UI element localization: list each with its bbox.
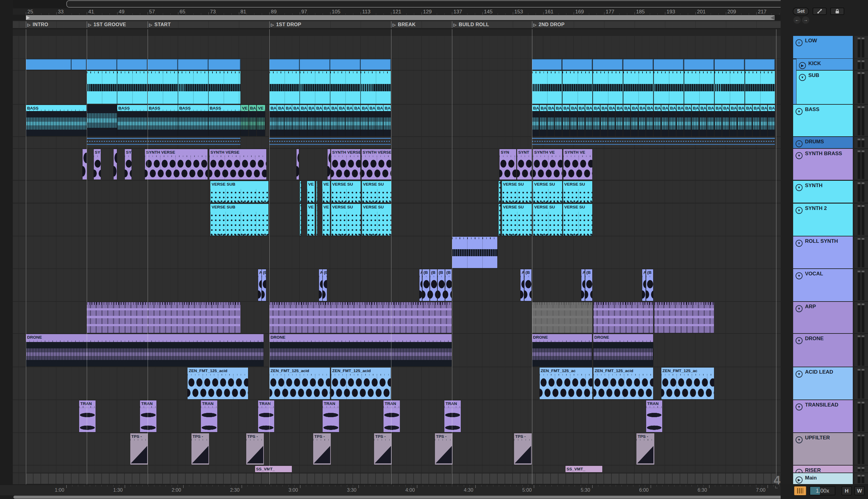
clip-ba[interactable]: BA: [338, 105, 345, 136]
overview-view-outline[interactable]: [67, 0, 791, 8]
clip-bass[interactable]: BASS: [26, 105, 86, 136]
clip-sub[interactable]: [654, 71, 684, 104]
fold-icon[interactable]: ▼: [799, 74, 806, 81]
fold-icon[interactable]: ▼: [796, 403, 803, 411]
track-header-sub[interactable]: ▼SUB: [796, 71, 853, 105]
clip-tran[interactable]: TRAN: [323, 400, 339, 432]
clip-a[interactable]: A: [258, 269, 262, 301]
locator-break[interactable]: ▷BREAK: [391, 21, 416, 28]
clip--b[interactable]: (B: [646, 269, 653, 301]
clip-ve[interactable]: VE: [257, 105, 265, 136]
clip--b[interactable]: (B: [438, 269, 445, 301]
clip-sub[interactable]: [532, 71, 562, 104]
fold-icon[interactable]: ▼: [796, 184, 803, 191]
clip-synth[interactable]: [300, 181, 301, 202]
clip-ba[interactable]: BA: [646, 105, 653, 136]
clip-ba[interactable]: BA: [540, 105, 547, 136]
clip-synth-ve[interactable]: SYNTH VE: [563, 149, 592, 180]
clip-brass[interactable]: [297, 149, 299, 180]
clip-sub[interactable]: [178, 71, 208, 104]
clip-ba[interactable]: BA: [661, 105, 668, 136]
clip-ba[interactable]: BA: [292, 105, 300, 136]
clip-sub[interactable]: [715, 71, 745, 104]
clip-brass[interactable]: [327, 149, 330, 180]
clip-ba[interactable]: BA: [639, 105, 646, 136]
clip-drone[interactable]: DRONE: [26, 334, 264, 366]
clip-tps-[interactable]: TPS -: [636, 433, 654, 465]
clip-ss-vmt-[interactable]: SS_VMT_: [566, 466, 602, 472]
clip--b[interactable]: (B: [323, 269, 327, 301]
clip-ba[interactable]: BA: [737, 105, 745, 136]
clip-bass[interactable]: [87, 105, 117, 136]
clip-ba[interactable]: BA: [707, 105, 714, 136]
clip-kick[interactable]: [117, 59, 147, 70]
clip-synth[interactable]: [498, 181, 501, 202]
clip-ba[interactable]: BA: [346, 105, 353, 136]
clip-tran[interactable]: TRAN: [646, 400, 663, 432]
clip-tran[interactable]: TRAN: [258, 400, 275, 432]
locator-intro[interactable]: ▷INTRO: [26, 21, 48, 28]
clip-synth-ve[interactable]: SYNTH VE: [533, 149, 562, 180]
track-lane-synth[interactable]: [13, 181, 781, 203]
clip-zen-fmt-125-acid[interactable]: ZEN_FMT_125_acid: [593, 367, 653, 399]
clip-kick[interactable]: [361, 59, 391, 70]
clip-kick[interactable]: [26, 59, 71, 70]
fold-icon[interactable]: ▼: [796, 337, 803, 344]
clip-ba[interactable]: BA: [269, 105, 277, 136]
clip-tps-[interactable]: TPS -: [246, 433, 264, 465]
clip-zen-fmt-125-acid[interactable]: ZEN_FMT_125_acid: [188, 367, 248, 399]
clip-verse-su[interactable]: VERSE SU: [533, 181, 562, 202]
clip-arp[interactable]: [593, 302, 653, 333]
clip-zen-fmt-125-ac[interactable]: ZEN_FMT_125_ac: [661, 367, 714, 399]
clip-verse-su[interactable]: VERSE SU: [331, 181, 361, 202]
clip-verse-sub[interactable]: VERSE SUB: [210, 204, 268, 235]
clip-ba[interactable]: BA: [323, 105, 330, 136]
clip-sub[interactable]: [330, 71, 360, 104]
clip-verse-sub[interactable]: VERSE SUB: [210, 181, 268, 202]
track-header-low[interactable]: ≡LOW: [793, 36, 853, 59]
clip-tps-[interactable]: TPS -: [130, 433, 148, 465]
clip-ba[interactable]: BA: [563, 105, 570, 136]
track-lane-upfilter[interactable]: [13, 433, 781, 465]
clip-kick[interactable]: [87, 59, 117, 70]
track-header-acid-lead[interactable]: ▼ACID LEAD: [793, 367, 853, 400]
group-icon[interactable]: ≡: [796, 39, 803, 46]
clip--b[interactable]: (B: [525, 269, 532, 301]
clip-synth-verse[interactable]: SYNTH VERSE: [362, 149, 392, 180]
clip-verse-su[interactable]: VERSE SU: [362, 204, 391, 235]
clip-sub[interactable]: [684, 71, 714, 104]
clip-bass[interactable]: BASS: [208, 105, 240, 136]
locator-build-roll[interactable]: ▷BUILD ROLL: [452, 21, 489, 28]
clip-synt[interactable]: SYNT: [517, 149, 532, 180]
track-header-synth-2[interactable]: ▼SYNTH 2: [793, 204, 853, 237]
clip-tran[interactable]: TRAN: [79, 400, 96, 432]
clip-drone[interactable]: DRONE: [593, 334, 653, 366]
clip-a[interactable]: A: [642, 269, 646, 301]
clip-a[interactable]: A: [319, 269, 322, 301]
group-icon[interactable]: ≡: [796, 469, 803, 473]
clip-arp[interactable]: [532, 302, 593, 333]
locator-row[interactable]: ▷INTRO▷1ST GROOVE▷START▷1ST DROP▷BREAK▷B…: [13, 21, 781, 28]
clip-sub[interactable]: [208, 71, 240, 104]
play-icon[interactable]: ▶: [796, 476, 803, 484]
track-header-bass[interactable]: ▼BASS: [793, 105, 853, 137]
clip-verse-su[interactable]: VERSE SU: [331, 204, 361, 235]
clip-synth[interactable]: [316, 181, 317, 202]
clip-tps-[interactable]: TPS -: [374, 433, 392, 465]
track-header-transilead[interactable]: ▼TRANSILEAD: [793, 400, 853, 433]
track-header-drone[interactable]: ▼DRONE: [793, 334, 853, 367]
loop-end-marker-icon[interactable]: [771, 16, 774, 20]
clip--b[interactable]: (B: [585, 269, 593, 301]
play-icon[interactable]: ▶: [799, 62, 806, 69]
arrangement-overview[interactable]: [13, 0, 792, 8]
clip-kick[interactable]: [745, 59, 775, 70]
clip-verse-su[interactable]: VERSE SU: [502, 204, 532, 235]
clip-zen-fmt-125-acid[interactable]: ZEN_FMT_125_acid: [331, 367, 391, 399]
fold-icon[interactable]: ▼: [796, 240, 803, 247]
clip-mainlane[interactable]: [26, 473, 776, 484]
clip-ba[interactable]: BA: [585, 105, 593, 136]
clip-roll[interactable]: [452, 237, 497, 268]
clip-sub[interactable]: [623, 71, 653, 104]
clip-sub[interactable]: [593, 71, 623, 104]
clip-drone[interactable]: DRONE: [269, 334, 451, 366]
